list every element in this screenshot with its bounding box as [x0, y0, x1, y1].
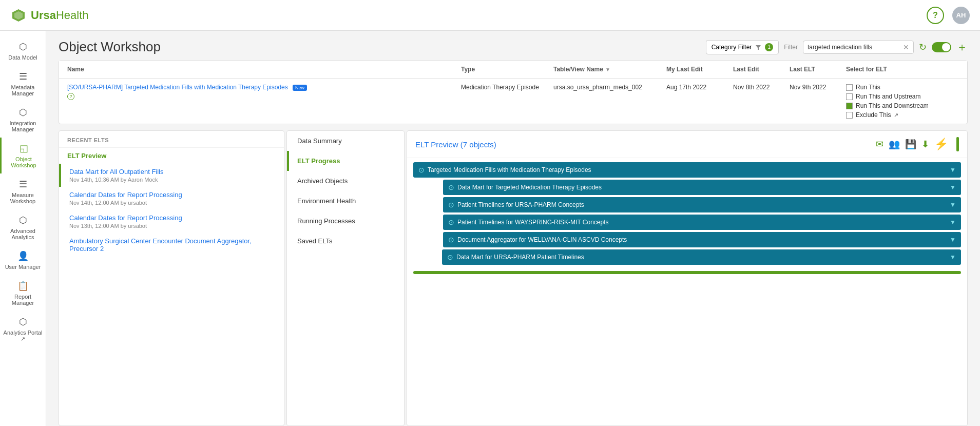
sidebar-item-label: Metadata Manager	[3, 84, 43, 96]
recent-elts-header: RECENT ELTS	[59, 131, 284, 148]
tab-environment-health[interactable]: Environment Health	[287, 191, 404, 211]
advanced-analytics-icon: ⬡	[19, 215, 27, 226]
filter-label: Filter	[784, 44, 798, 51]
main-content: Object Workshop Category Filter 1 Filter…	[46, 31, 980, 426]
top-navigation: UrsaHealth ? AH	[0, 0, 980, 31]
cell-type: Medication Therapy Episode	[461, 84, 553, 91]
elt-option-run-this[interactable]: Run This	[846, 84, 959, 91]
table-row: [SO/URSA-PHARM] Targeted Medication Fill…	[59, 79, 967, 124]
cell-last-edit: Nov 8th 2022	[733, 84, 790, 91]
col-last-elt: Last ELT	[790, 66, 846, 73]
node-label: Document Aggregator for WELLVANA-CLIN AS…	[457, 236, 947, 243]
recent-elt-item[interactable]: Data Mart for All Outpatient Fills Nov 1…	[59, 164, 284, 187]
elt-checkbox-exclude[interactable]	[846, 112, 853, 119]
node-label: Patient Timelines for URSA-PHARM Concept…	[457, 201, 947, 208]
tab-saved-elts[interactable]: Saved ELTs	[287, 231, 404, 251]
sidebar-item-measure-workshop[interactable]: ☰ Measure Workshop	[0, 173, 46, 209]
sidebar-item-report-manager[interactable]: 📋 Report Manager	[0, 275, 46, 311]
chevron-icon[interactable]: ▼	[950, 219, 956, 226]
sidebar-item-label: Integration Manager	[3, 120, 43, 132]
add-button[interactable]: ＋	[956, 40, 968, 55]
sidebar-item-label: Advanced Analytics	[3, 228, 43, 240]
ursa-health-logo-icon	[10, 7, 27, 24]
elt-children: ⊙ Data Mart for Targeted Medication Ther…	[428, 180, 961, 265]
email-icon-button[interactable]: ✉	[876, 139, 883, 150]
toggle-button[interactable]	[932, 42, 951, 52]
sidebar-item-label: Analytics Portal ↗	[3, 330, 43, 342]
tab-data-summary[interactable]: Data Summary	[287, 131, 404, 151]
sidebar-item-user-manager[interactable]: 👤 User Manager	[0, 245, 46, 275]
col-table-view-name: Table/View Name ▼	[553, 66, 666, 73]
search-clear-button[interactable]: ✕	[903, 43, 909, 51]
node-icon: ⊙	[418, 166, 425, 174]
cell-last-elt: Nov 9th 2022	[790, 84, 846, 91]
elt-checkbox-run-upstream[interactable]	[846, 93, 853, 100]
recent-elt-item[interactable]: Ambulatory Surgical Center Encounter Doc…	[59, 233, 284, 258]
elt-option-run-downstream[interactable]: Run This and Downstream	[846, 102, 959, 109]
elt-preview-label[interactable]: ELT Preview	[59, 148, 284, 164]
sidebar-item-advanced-analytics[interactable]: ⬡ Advanced Analytics	[0, 209, 46, 245]
elt-option-run-upstream[interactable]: Run This and Upstream	[846, 93, 959, 100]
chevron-icon[interactable]: ▼	[950, 254, 956, 261]
elt-checkbox-run-downstream[interactable]	[846, 103, 853, 109]
user-avatar[interactable]: AH	[952, 7, 970, 24]
recent-elt-meta: Nov 14th, 12:00 AM by ursabot	[69, 200, 276, 206]
help-icon-small[interactable]: ?	[67, 93, 74, 100]
elt-node-child[interactable]: ⊙ Data Mart for Targeted Medication Ther…	[443, 180, 961, 195]
topnav-right: ? AH	[927, 7, 970, 24]
download-icon-button[interactable]: ⬇	[921, 139, 929, 150]
sidebar-item-label: Object Workshop	[5, 156, 43, 168]
elt-node-child[interactable]: ⊙ Patient Timelines for URSA-PHARM Conce…	[443, 197, 961, 212]
chevron-icon[interactable]: ▼	[950, 166, 956, 173]
recent-elt-link[interactable]: Ambulatory Surgical Center Encounter Doc…	[69, 237, 276, 253]
elt-header-icons: ✉ 👥 💾 ⬇ ⚡	[876, 137, 959, 151]
node-icon: ⊙	[448, 218, 454, 226]
users-icon-button[interactable]: 👥	[889, 139, 900, 150]
cell-elt-options: Run This Run This and Upstream Run This …	[846, 84, 959, 119]
elt-option-label: Run This	[856, 84, 880, 91]
sidebar-item-metadata-manager[interactable]: ☰ Metadata Manager	[0, 66, 46, 102]
elt-node-grandchild[interactable]: ⊙ Data Mart for URSA-PHARM Patient Timel…	[442, 249, 961, 265]
recent-elt-link[interactable]: Data Mart for All Outpatient Fills	[69, 168, 276, 176]
tab-archived-objects[interactable]: Archived Objects	[287, 171, 404, 191]
chevron-icon[interactable]: ▼	[950, 236, 956, 243]
header-controls: Category Filter 1 Filter ✕ ↻ ＋	[706, 40, 968, 55]
sidebar-item-integration-manager[interactable]: ⬡ Integration Manager	[0, 102, 46, 138]
elt-node-root[interactable]: ⊙ Targeted Medication Fills with Medicat…	[413, 162, 961, 178]
sidebar-item-analytics-portal[interactable]: ⬡ Analytics Portal ↗	[0, 311, 46, 347]
recent-elt-item[interactable]: Calendar Dates for Report Processing Nov…	[59, 187, 284, 210]
node-label: Data Mart for URSA-PHARM Patient Timelin…	[456, 254, 947, 261]
chevron-icon[interactable]: ▼	[950, 201, 956, 208]
page-title: Object Workshop	[59, 39, 161, 55]
col-select-for-elt: Select for ELT	[846, 66, 959, 73]
logo[interactable]: UrsaHealth	[10, 7, 89, 24]
elt-node-child[interactable]: ⊙ Document Aggregator for WELLVANA-CLIN …	[443, 232, 961, 247]
tab-running-processes[interactable]: Running Processes	[287, 211, 404, 231]
help-button[interactable]: ?	[927, 7, 944, 24]
cell-table-view-name: ursa.so_ursa_pharm_meds_002	[553, 84, 666, 91]
sort-icon[interactable]: ▼	[605, 67, 610, 72]
object-name-link[interactable]: [SO/URSA-PHARM] Targeted Medication Fill…	[67, 84, 461, 91]
search-input[interactable]	[808, 44, 900, 51]
category-filter-button[interactable]: Category Filter 1	[706, 40, 779, 54]
sidebar: ⬡ Data Model ☰ Metadata Manager ⬡ Integr…	[0, 31, 46, 426]
node-label: Patient Timelines for WAYSPRING-RISK-MIT…	[457, 219, 947, 226]
progress-bar	[413, 271, 961, 274]
tab-elt-progress[interactable]: ELT Progress	[287, 151, 404, 171]
sidebar-item-object-workshop[interactable]: ◱ Object Workshop	[0, 138, 46, 173]
save-icon-button[interactable]: 💾	[905, 139, 916, 150]
elt-option-exclude[interactable]: Exclude This ↗	[846, 111, 959, 119]
logo-text: UrsaHealth	[31, 9, 89, 22]
run-icon-button[interactable]: ⚡	[934, 138, 948, 151]
middle-tabs-panel: Data Summary ELT Progress Archived Objec…	[286, 130, 405, 426]
node-icon: ⊙	[448, 183, 454, 191]
recent-elt-item[interactable]: Calendar Dates for Report Processing Nov…	[59, 210, 284, 233]
chevron-icon[interactable]: ▼	[950, 184, 956, 191]
sidebar-item-data-model[interactable]: ⬡ Data Model	[0, 36, 46, 66]
elt-checkbox-run-this[interactable]	[846, 84, 853, 91]
refresh-button[interactable]: ↻	[919, 42, 927, 53]
elt-node-child[interactable]: ⊙ Patient Timelines for WAYSPRING-RISK-M…	[443, 215, 961, 230]
node-icon: ⊙	[448, 236, 454, 244]
recent-elt-link[interactable]: Calendar Dates for Report Processing	[69, 214, 276, 222]
recent-elt-link[interactable]: Calendar Dates for Report Processing	[69, 191, 276, 199]
